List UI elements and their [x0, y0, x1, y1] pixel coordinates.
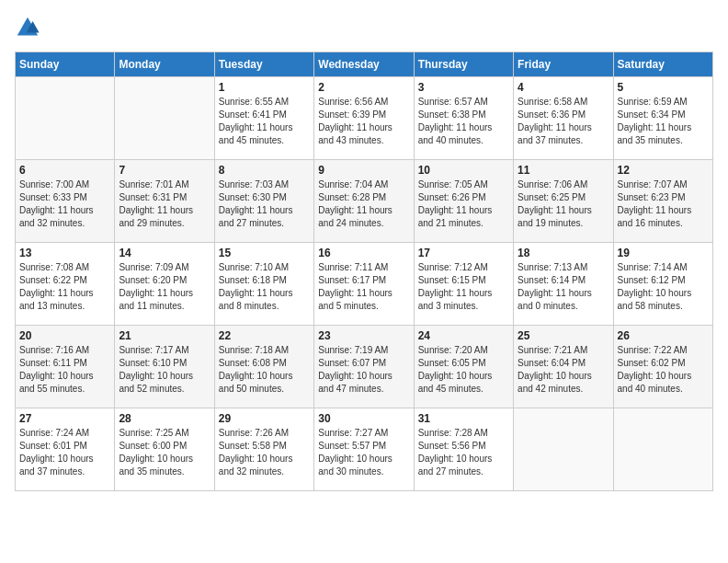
day-number: 10 [418, 164, 509, 177]
week-row-1: 1Sunrise: 6:55 AMSunset: 6:41 PMDaylight… [16, 77, 713, 160]
day-cell: 11Sunrise: 7:06 AMSunset: 6:25 PMDayligh… [514, 160, 613, 243]
day-info: Sunrise: 7:01 AMSunset: 6:31 PMDaylight:… [119, 178, 210, 230]
day-cell: 16Sunrise: 7:11 AMSunset: 6:17 PMDayligh… [314, 243, 414, 326]
day-number: 16 [318, 247, 409, 259]
day-number: 31 [418, 412, 509, 425]
day-cell: 9Sunrise: 7:04 AMSunset: 6:28 PMDaylight… [314, 160, 414, 243]
weekday-header-thursday: Thursday [414, 52, 513, 77]
day-info: Sunrise: 7:16 AMSunset: 6:11 PMDaylight:… [19, 344, 110, 396]
day-cell: 3Sunrise: 6:57 AMSunset: 6:38 PMDaylight… [414, 77, 513, 160]
day-number: 23 [318, 329, 409, 342]
logo-icon [15, 15, 40, 40]
day-info: Sunrise: 6:57 AMSunset: 6:38 PMDaylight:… [418, 96, 509, 147]
week-row-4: 20Sunrise: 7:16 AMSunset: 6:11 PMDayligh… [16, 326, 713, 408]
day-number: 30 [318, 412, 409, 425]
day-number: 28 [119, 412, 210, 425]
day-cell: 28Sunrise: 7:25 AMSunset: 6:00 PMDayligh… [115, 408, 214, 491]
day-number: 9 [318, 164, 409, 177]
day-info: Sunrise: 7:10 AMSunset: 6:18 PMDaylight:… [219, 261, 310, 313]
day-number: 29 [219, 412, 310, 425]
day-info: Sunrise: 7:25 AMSunset: 6:00 PMDaylight:… [119, 427, 210, 478]
day-info: Sunrise: 7:18 AMSunset: 6:08 PMDaylight:… [219, 344, 310, 396]
day-number: 1 [219, 81, 310, 94]
day-info: Sunrise: 7:14 AMSunset: 6:12 PMDaylight:… [618, 261, 709, 313]
day-number: 25 [518, 329, 609, 342]
day-info: Sunrise: 6:56 AMSunset: 6:39 PMDaylight:… [318, 96, 409, 147]
day-number: 22 [219, 329, 310, 342]
week-row-2: 6Sunrise: 7:00 AMSunset: 6:33 PMDaylight… [16, 160, 713, 243]
day-cell: 15Sunrise: 7:10 AMSunset: 6:18 PMDayligh… [214, 243, 313, 326]
day-cell: 30Sunrise: 7:27 AMSunset: 5:57 PMDayligh… [314, 408, 414, 491]
day-number: 8 [219, 164, 310, 177]
day-cell: 5Sunrise: 6:59 AMSunset: 6:34 PMDaylight… [613, 77, 712, 160]
day-info: Sunrise: 6:59 AMSunset: 6:34 PMDaylight:… [618, 96, 709, 147]
day-cell: 18Sunrise: 7:13 AMSunset: 6:14 PMDayligh… [514, 243, 613, 326]
day-number: 24 [418, 329, 509, 342]
day-cell: 26Sunrise: 7:22 AMSunset: 6:02 PMDayligh… [613, 326, 712, 408]
day-number: 17 [418, 247, 509, 259]
day-info: Sunrise: 7:20 AMSunset: 6:05 PMDaylight:… [418, 344, 509, 396]
day-info: Sunrise: 7:21 AMSunset: 6:04 PMDaylight:… [518, 344, 609, 396]
day-cell: 13Sunrise: 7:08 AMSunset: 6:22 PMDayligh… [16, 243, 115, 326]
day-info: Sunrise: 6:58 AMSunset: 6:36 PMDaylight:… [518, 96, 609, 147]
day-cell: 23Sunrise: 7:19 AMSunset: 6:07 PMDayligh… [314, 326, 414, 408]
day-info: Sunrise: 7:09 AMSunset: 6:20 PMDaylight:… [119, 261, 210, 313]
day-cell: 2Sunrise: 6:56 AMSunset: 6:39 PMDaylight… [314, 77, 414, 160]
day-number: 7 [119, 164, 210, 177]
day-cell: 7Sunrise: 7:01 AMSunset: 6:31 PMDaylight… [115, 160, 214, 243]
day-cell: 22Sunrise: 7:18 AMSunset: 6:08 PMDayligh… [214, 326, 313, 408]
day-cell: 24Sunrise: 7:20 AMSunset: 6:05 PMDayligh… [414, 326, 513, 408]
day-info: Sunrise: 7:12 AMSunset: 6:15 PMDaylight:… [418, 261, 509, 313]
day-number: 14 [119, 247, 210, 259]
day-number: 4 [518, 81, 609, 94]
page-header [15, 15, 713, 40]
day-info: Sunrise: 7:04 AMSunset: 6:28 PMDaylight:… [318, 178, 409, 230]
day-cell: 21Sunrise: 7:17 AMSunset: 6:10 PMDayligh… [115, 326, 214, 408]
day-info: Sunrise: 7:05 AMSunset: 6:26 PMDaylight:… [418, 178, 509, 230]
logo [15, 15, 44, 40]
day-info: Sunrise: 7:19 AMSunset: 6:07 PMDaylight:… [318, 344, 409, 396]
day-cell: 25Sunrise: 7:21 AMSunset: 6:04 PMDayligh… [514, 326, 613, 408]
day-cell [514, 408, 613, 491]
day-info: Sunrise: 7:28 AMSunset: 5:56 PMDaylight:… [418, 427, 509, 478]
day-cell: 8Sunrise: 7:03 AMSunset: 6:30 PMDaylight… [214, 160, 313, 243]
week-row-5: 27Sunrise: 7:24 AMSunset: 6:01 PMDayligh… [16, 408, 713, 491]
day-cell [613, 408, 712, 491]
weekday-header-tuesday: Tuesday [214, 52, 313, 77]
weekday-header-friday: Friday [514, 52, 613, 77]
weekday-header-sunday: Sunday [16, 52, 115, 77]
day-cell: 4Sunrise: 6:58 AMSunset: 6:36 PMDaylight… [514, 77, 613, 160]
day-info: Sunrise: 7:13 AMSunset: 6:14 PMDaylight:… [518, 261, 609, 313]
day-info: Sunrise: 7:00 AMSunset: 6:33 PMDaylight:… [19, 178, 110, 230]
day-number: 20 [19, 329, 110, 342]
day-cell: 12Sunrise: 7:07 AMSunset: 6:23 PMDayligh… [613, 160, 712, 243]
day-number: 15 [219, 247, 310, 259]
weekday-header-saturday: Saturday [613, 52, 712, 77]
day-number: 21 [119, 329, 210, 342]
day-info: Sunrise: 7:17 AMSunset: 6:10 PMDaylight:… [119, 344, 210, 396]
day-number: 6 [19, 164, 110, 177]
day-number: 26 [618, 329, 709, 342]
day-cell: 29Sunrise: 7:26 AMSunset: 5:58 PMDayligh… [214, 408, 313, 491]
day-info: Sunrise: 7:22 AMSunset: 6:02 PMDaylight:… [618, 344, 709, 396]
day-cell: 19Sunrise: 7:14 AMSunset: 6:12 PMDayligh… [613, 243, 712, 326]
day-cell [16, 77, 115, 160]
day-info: Sunrise: 7:24 AMSunset: 6:01 PMDaylight:… [19, 427, 110, 478]
day-cell: 14Sunrise: 7:09 AMSunset: 6:20 PMDayligh… [115, 243, 214, 326]
day-cell: 17Sunrise: 7:12 AMSunset: 6:15 PMDayligh… [414, 243, 513, 326]
day-number: 13 [19, 247, 110, 259]
week-row-3: 13Sunrise: 7:08 AMSunset: 6:22 PMDayligh… [16, 243, 713, 326]
day-info: Sunrise: 7:03 AMSunset: 6:30 PMDaylight:… [219, 178, 310, 230]
day-cell: 20Sunrise: 7:16 AMSunset: 6:11 PMDayligh… [16, 326, 115, 408]
day-cell: 27Sunrise: 7:24 AMSunset: 6:01 PMDayligh… [16, 408, 115, 491]
day-number: 18 [518, 247, 609, 259]
calendar-table: SundayMondayTuesdayWednesdayThursdayFrid… [15, 52, 713, 491]
day-info: Sunrise: 7:26 AMSunset: 5:58 PMDaylight:… [219, 427, 310, 478]
day-info: Sunrise: 7:06 AMSunset: 6:25 PMDaylight:… [518, 178, 609, 230]
day-number: 5 [618, 81, 709, 94]
day-info: Sunrise: 7:11 AMSunset: 6:17 PMDaylight:… [318, 261, 409, 313]
day-number: 2 [318, 81, 409, 94]
day-info: Sunrise: 6:55 AMSunset: 6:41 PMDaylight:… [219, 96, 310, 147]
weekday-header-wednesday: Wednesday [314, 52, 414, 77]
day-cell: 1Sunrise: 6:55 AMSunset: 6:41 PMDaylight… [214, 77, 313, 160]
